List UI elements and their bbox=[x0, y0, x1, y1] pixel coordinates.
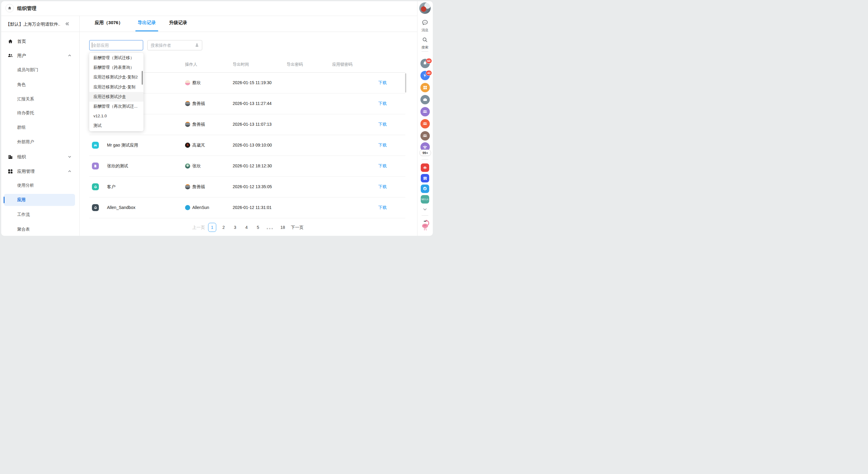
app-filter-input[interactable] bbox=[89, 40, 143, 50]
download-link[interactable]: 下载 bbox=[378, 80, 387, 86]
search-label: 搜索 bbox=[422, 45, 429, 50]
chevron-down-icon[interactable] bbox=[67, 154, 72, 160]
sidebar-item-groups[interactable]: 群组 bbox=[4, 121, 75, 134]
sidebar-item-members-departments[interactable]: 成员与部门 bbox=[4, 64, 75, 76]
rail-app-team[interactable] bbox=[421, 131, 430, 141]
storefront-icon bbox=[423, 176, 428, 181]
download-link[interactable]: 下载 bbox=[378, 122, 387, 127]
stack-icon bbox=[93, 205, 98, 210]
operator-search-input[interactable] bbox=[147, 40, 202, 50]
export-time: 2026-01-13 09:10:00 bbox=[233, 143, 272, 147]
sidebar-item-app-management[interactable]: 应用管理 bbox=[4, 165, 75, 177]
rail-expand-button[interactable] bbox=[422, 207, 428, 213]
flamingo-mascot[interactable] bbox=[420, 218, 431, 232]
dropdown-item[interactable]: 应用迁移测试沙盒-复制2 bbox=[89, 72, 144, 82]
rail-app-team[interactable] bbox=[421, 107, 430, 116]
pagination-next[interactable]: 下一页 bbox=[291, 225, 304, 230]
sidebar-item-aggregate-tables[interactable]: 聚合表 bbox=[4, 224, 75, 236]
rail-app-grid[interactable] bbox=[421, 83, 430, 92]
page-title: 组织管理 bbox=[17, 5, 36, 12]
text-caret bbox=[92, 42, 92, 48]
avatar: 芃 bbox=[185, 143, 190, 148]
widgets-icon bbox=[7, 168, 13, 174]
pagination-page[interactable]: 3 bbox=[234, 225, 236, 230]
pagination-page[interactable]: 2 bbox=[222, 225, 225, 230]
sidebar-item-apps-selected[interactable]: 应用 bbox=[4, 194, 75, 206]
messages-label: 消息 bbox=[422, 28, 429, 33]
dropdown-scrollbar[interactable] bbox=[142, 71, 143, 85]
sidebar-item-users[interactable]: 用户 bbox=[4, 50, 75, 61]
app-name: Allen_Sandbox bbox=[107, 205, 135, 210]
download-link[interactable]: 下载 bbox=[378, 184, 387, 190]
avatar bbox=[185, 122, 190, 127]
download-link[interactable]: 下载 bbox=[378, 101, 387, 107]
pagination-ellipsis-icon[interactable]: ●●● bbox=[267, 227, 274, 230]
rail-tile-library[interactable] bbox=[421, 164, 429, 172]
rail-tile-settings[interactable] bbox=[421, 184, 429, 193]
people-group-icon bbox=[422, 144, 428, 150]
export-time: 2026-01-12 13:35:05 bbox=[233, 184, 272, 189]
sidebar-item-reporting[interactable]: 汇报关系 bbox=[4, 93, 75, 105]
avatar bbox=[185, 205, 190, 210]
double-chevron-left-icon bbox=[64, 21, 70, 27]
rail-tile-marketplace[interactable] bbox=[421, 174, 429, 182]
messages-button[interactable] bbox=[421, 19, 429, 27]
export-time: 2026-01-12 18:12:30 bbox=[233, 164, 272, 168]
sidebar-item-external-users[interactable]: 外部用户 bbox=[4, 136, 75, 148]
pagination-page[interactable]: 5 bbox=[257, 225, 259, 230]
pagination-page-current[interactable]: 1 bbox=[208, 223, 216, 232]
tab-upgrade-records[interactable]: 升级记录 bbox=[169, 20, 187, 26]
sidebar-item-home[interactable]: 首页 bbox=[4, 35, 75, 47]
tab-apps[interactable]: 应用（3076） bbox=[95, 20, 123, 26]
sidebar-item-delegation[interactable]: 待办委托 bbox=[4, 107, 75, 119]
search-button[interactable] bbox=[422, 36, 428, 44]
dropdown-item[interactable]: 薪酬管理（跨表查询） bbox=[89, 63, 144, 72]
pagination-page[interactable]: 4 bbox=[245, 225, 248, 230]
pagination-page[interactable]: 18 bbox=[280, 225, 285, 230]
dropdown-item-highlighted[interactable]: 应用迁移测试沙盒 bbox=[89, 92, 144, 101]
download-link[interactable]: 下载 bbox=[378, 143, 387, 148]
table-scrollbar[interactable] bbox=[405, 73, 406, 93]
grid-icon bbox=[423, 85, 428, 90]
dropdown-item[interactable]: 应用迁移测试沙盒-复制 bbox=[89, 82, 144, 92]
document-icon bbox=[93, 164, 98, 168]
sidebar-item-usage-analytics[interactable]: 使用分析 bbox=[4, 179, 75, 191]
download-link[interactable]: 下载 bbox=[378, 205, 387, 210]
export-time: 2026-01-13 11:27:44 bbox=[233, 101, 272, 106]
notification-badge: 60 bbox=[426, 58, 432, 64]
sidebar-item-roles[interactable]: 角色 bbox=[4, 79, 75, 91]
dropdown-item[interactable]: 测试 bbox=[89, 121, 144, 130]
app-icon-stack bbox=[92, 183, 99, 190]
sidebar-item-label: 组织 bbox=[17, 154, 26, 160]
chevron-up-icon[interactable] bbox=[67, 53, 72, 59]
chevron-up-icon[interactable] bbox=[67, 169, 72, 175]
dropdown-item[interactable]: 薪酬管理（测试迁移） bbox=[89, 53, 144, 63]
user-avatar[interactable] bbox=[419, 2, 431, 14]
col-header-operator: 操作人 bbox=[185, 62, 197, 67]
app-name: Mr gao 测试应用 bbox=[107, 143, 138, 148]
car-icon bbox=[93, 143, 98, 148]
people-group-icon bbox=[422, 109, 428, 114]
dropdown-item[interactable]: 薪酬管理（再次测试迁... bbox=[89, 101, 144, 111]
active-tab-underline bbox=[135, 30, 158, 31]
sidebar-item-workflow[interactable]: 工作流 bbox=[4, 209, 75, 221]
collapse-sidebar-button[interactable] bbox=[64, 21, 70, 28]
search-icon bbox=[422, 36, 428, 43]
active-indicator bbox=[4, 197, 4, 203]
tab-export-records[interactable]: 导出记录 bbox=[138, 20, 156, 26]
org-switcher[interactable]: 【默认】上海万企明道软件... bbox=[6, 22, 60, 27]
dropdown-item[interactable]: v12.1.0 bbox=[89, 111, 144, 121]
sidebar-divider bbox=[79, 16, 80, 236]
download-link[interactable]: 下载 bbox=[378, 164, 387, 169]
col-header-export-time: 导出时间 bbox=[233, 62, 249, 67]
sidebar-item-organization[interactable]: 组织 bbox=[4, 151, 75, 163]
col-header-app-lock-password: 应用锁密码 bbox=[332, 62, 352, 67]
briefcase-icon bbox=[423, 97, 428, 102]
home-button[interactable] bbox=[5, 4, 14, 12]
pagination-prev: 上一页 bbox=[192, 225, 205, 230]
rail-app-team[interactable] bbox=[421, 119, 430, 128]
rail-tile-mega[interactable]: MEGA bbox=[421, 195, 429, 204]
avatar bbox=[185, 184, 190, 189]
rail-app-briefcase[interactable] bbox=[421, 95, 430, 104]
rail-overflow-count[interactable]: 99+ bbox=[420, 150, 431, 156]
